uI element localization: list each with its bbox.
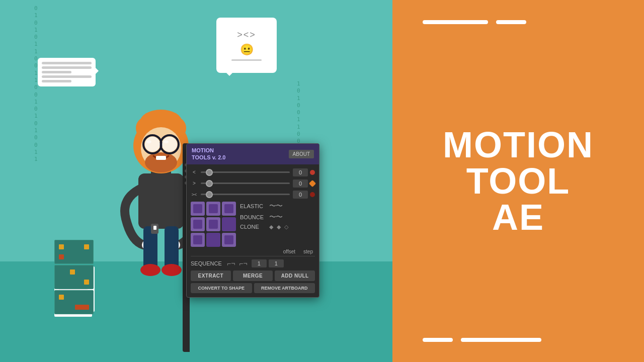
grid-cell[interactable] bbox=[191, 202, 205, 216]
grid-cell[interactable] bbox=[222, 217, 236, 231]
bubble-line bbox=[42, 66, 92, 69]
offset-step-labels: offset step bbox=[191, 249, 315, 254]
sequence-row: SEQUENCE ⌐¬ ⌐¬ 1 1 bbox=[191, 256, 315, 267]
deco-line-1 bbox=[423, 20, 488, 24]
code-icons: ><> bbox=[237, 30, 256, 40]
elastic-row[interactable]: ELASTIC 〜〜 bbox=[240, 202, 315, 211]
bounce-label: BOUNCE bbox=[240, 214, 269, 220]
slider-row-3[interactable]: >< 0 bbox=[191, 191, 315, 199]
stacked-boxes bbox=[54, 195, 94, 269]
slider-arrow-left-1: < bbox=[191, 169, 198, 175]
deco-line-bottom-2 bbox=[461, 338, 541, 342]
slider-row-2[interactable]: > 0 bbox=[191, 179, 315, 188]
add-null-button[interactable]: ADD NULL bbox=[275, 270, 315, 281]
code-line bbox=[231, 59, 262, 61]
grid-cell[interactable] bbox=[222, 233, 236, 247]
panel-title: MOTION TOOLS v. 2.0 bbox=[192, 147, 225, 161]
svg-rect-0 bbox=[138, 173, 184, 229]
bubble-line bbox=[42, 75, 92, 78]
bubble-line bbox=[42, 80, 71, 82]
bounce-wave-icon: 〜〜 bbox=[269, 213, 282, 222]
tool-buttons-row-2: CONVERT TO SHAPE REMOVE ARTBOARD bbox=[191, 283, 315, 293]
title-line-3: AE bbox=[443, 199, 594, 235]
sequence-label: SEQUENCE bbox=[191, 260, 227, 266]
grid-cell[interactable] bbox=[206, 233, 220, 247]
speech-bubble-right: ><> 😐 bbox=[216, 18, 277, 73]
face-icon: 😐 bbox=[240, 43, 254, 56]
bounce-row[interactable]: BOUNCE 〜〜 bbox=[240, 213, 315, 222]
convert-to-shape-button[interactable]: CONVERT TO SHAPE bbox=[191, 283, 252, 293]
bubble-line bbox=[42, 71, 71, 73]
remove-artboard-button[interactable]: REMOVE ARTBOARD bbox=[254, 283, 315, 293]
title-line-2: TOOL bbox=[443, 163, 594, 199]
svg-point-14 bbox=[164, 140, 169, 143]
clone-dots-icon: ◆ ◆ ◇ bbox=[269, 224, 289, 230]
slider-indicator-1 bbox=[310, 170, 315, 175]
svg-rect-15 bbox=[156, 156, 166, 160]
extract-button[interactable]: EXTRACT bbox=[191, 270, 231, 281]
tool-buttons-row-1: EXTRACT MERGE ADD NULL bbox=[191, 270, 315, 281]
motion-tools-panel: MOTION TOOLS v. 2.0 ABOUT < 0 > bbox=[186, 143, 319, 298]
svg-point-21 bbox=[162, 264, 182, 276]
grid-cell[interactable] bbox=[191, 217, 205, 231]
elastic-label: ELASTIC bbox=[240, 203, 269, 209]
svg-point-7 bbox=[145, 152, 177, 172]
about-button[interactable]: ABOUT bbox=[289, 150, 314, 158]
slider-thumb-1 bbox=[206, 169, 213, 176]
sequence-icons: ⌐¬ bbox=[227, 259, 235, 267]
left-panel: 0101011001100101010011 10100110010110100… bbox=[0, 0, 392, 362]
panel-header: MOTION TOOLS v. 2.0 ABOUT bbox=[187, 144, 319, 164]
elastic-wave-icon: 〜〜 bbox=[269, 202, 282, 211]
title-line-1: MOTION bbox=[443, 127, 594, 163]
clone-row[interactable]: CLONE ◆ ◆ ◇ bbox=[240, 224, 315, 230]
speech-bubble-left bbox=[38, 58, 96, 86]
deco-lines-top bbox=[423, 20, 526, 24]
clone-label: CLONE bbox=[240, 224, 269, 230]
sequence-input-1[interactable]: 1 bbox=[252, 259, 267, 267]
grid-cell[interactable] bbox=[206, 217, 220, 231]
bubble-line bbox=[42, 62, 92, 64]
grid-cell[interactable] bbox=[222, 202, 236, 216]
easing-controls: ELASTIC 〜〜 BOUNCE 〜〜 CLONE ◆ ◆ ◇ bbox=[240, 202, 315, 232]
binary-col-left: 0101011001100101010011 bbox=[34, 5, 38, 163]
slider-indicator-2 bbox=[309, 180, 316, 187]
svg-point-13 bbox=[146, 140, 151, 143]
slider-track-1[interactable] bbox=[201, 171, 290, 173]
main-title: MOTION TOOL AE bbox=[443, 127, 594, 235]
panel-body: < 0 > 0 >< bbox=[187, 164, 319, 297]
slider-value-1: 0 bbox=[293, 168, 308, 176]
slider-arrow-x-3: >< bbox=[191, 192, 198, 197]
grid-section bbox=[191, 202, 236, 247]
grid-cell[interactable] bbox=[191, 233, 205, 247]
step-label: step bbox=[303, 249, 313, 254]
sequence-input-2[interactable]: 1 bbox=[269, 259, 284, 267]
slider-value-2: 0 bbox=[293, 179, 308, 188]
sequence-icons-2: ⌐¬ bbox=[239, 259, 247, 267]
deco-line-2 bbox=[496, 20, 526, 24]
slider-row-1[interactable]: < 0 bbox=[191, 168, 315, 176]
svg-point-12 bbox=[162, 137, 177, 152]
offset-label: offset bbox=[283, 249, 295, 254]
slider-value-3: 0 bbox=[293, 191, 308, 199]
slider-track-2[interactable] bbox=[201, 183, 290, 184]
deco-lines-bottom bbox=[423, 338, 541, 342]
slider-indicator-3 bbox=[310, 192, 315, 197]
svg-point-11 bbox=[145, 137, 160, 152]
right-panel: MOTION TOOL AE bbox=[392, 0, 644, 362]
slider-track-3[interactable] bbox=[201, 194, 290, 195]
merge-button[interactable]: MERGE bbox=[233, 270, 273, 281]
svg-point-20 bbox=[140, 264, 160, 276]
slider-arrow-right-2: > bbox=[191, 180, 198, 186]
svg-rect-23 bbox=[153, 226, 156, 230]
slider-thumb-3 bbox=[206, 191, 213, 198]
slider-thumb-2 bbox=[206, 180, 213, 187]
grid-cell[interactable] bbox=[206, 202, 220, 216]
deco-line-bottom-1 bbox=[423, 338, 453, 342]
